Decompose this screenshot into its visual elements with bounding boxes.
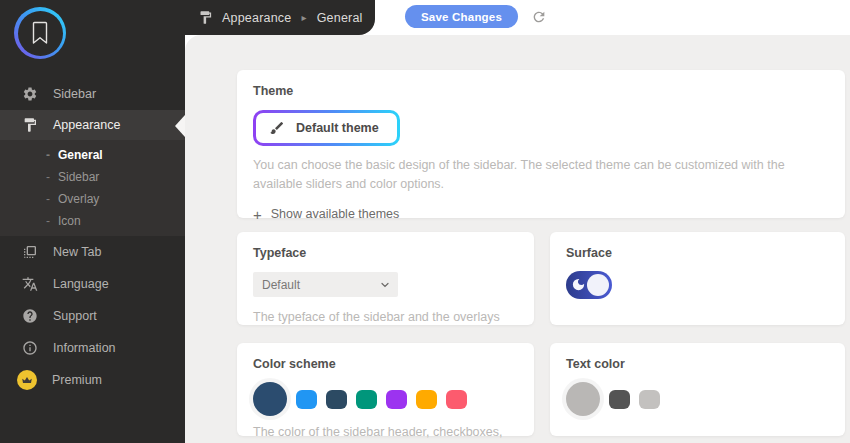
color-swatch[interactable] (356, 390, 377, 409)
surface-card: Surface (550, 232, 845, 325)
surface-dark-mode-toggle[interactable] (566, 271, 612, 299)
breadcrumb: Appearance ▸ General (198, 0, 363, 35)
submenu-bullet: - (46, 214, 50, 228)
sidebar-item-label: Support (53, 309, 97, 323)
info-icon (21, 340, 38, 357)
color-swatch[interactable] (446, 390, 467, 409)
card-title: Surface (566, 246, 829, 260)
theme-card: Theme Default theme You can choose the b… (237, 70, 845, 218)
typeface-card: Typeface Default The typeface of the sid… (237, 232, 534, 325)
submenu-bullet: - (46, 148, 50, 162)
paint-roller-icon (21, 117, 38, 134)
help-icon (21, 308, 38, 325)
submenu-item-overlay[interactable]: - Overlay (0, 188, 185, 210)
sidebar-item-language[interactable]: Language (0, 268, 185, 300)
color-swatch[interactable] (326, 390, 347, 409)
moon-icon (571, 277, 586, 296)
submenu-item-label: Icon (58, 214, 81, 228)
sidebar-item-label: Sidebar (53, 87, 96, 101)
color-swatch[interactable] (386, 390, 407, 409)
sidebar: Sidebar Appearance - General - Sidebar -… (0, 0, 185, 443)
color-swatch[interactable] (566, 382, 600, 416)
sidebar-item-information[interactable]: Information (0, 332, 185, 364)
color-scheme-card: Color scheme The color of the sidebar he… (237, 343, 534, 436)
show-themes-label: Show available themes (271, 207, 400, 221)
submenu-item-general[interactable]: - General (0, 144, 185, 166)
color-swatch[interactable] (253, 382, 287, 416)
text-color-card: Text color (550, 343, 845, 436)
paint-roller-icon (198, 10, 213, 25)
sidebar-item-label: New Tab (53, 245, 101, 259)
card-title: Typeface (253, 246, 518, 260)
sidebar-item-appearance[interactable]: Appearance (0, 110, 185, 140)
sidebar-item-label: Information (53, 341, 116, 355)
sidebar-item-sidebar[interactable]: Sidebar (0, 78, 185, 110)
card-title: Text color (566, 357, 829, 371)
color-scheme-swatches (253, 381, 518, 417)
card-title: Theme (253, 84, 829, 98)
sidebar-item-premium[interactable]: Premium (0, 364, 185, 396)
sidebar-nav: Sidebar Appearance - General - Sidebar -… (0, 78, 185, 396)
submenu-item-label: Sidebar (58, 170, 99, 184)
toggle-knob (587, 274, 609, 296)
submenu-bullet: - (46, 170, 50, 184)
settings-content: Theme Default theme You can choose the b… (185, 35, 850, 443)
refresh-icon[interactable] (531, 9, 547, 25)
submenu-bullet: - (46, 192, 50, 206)
color-swatch[interactable] (639, 390, 660, 409)
chevron-down-icon (379, 279, 391, 291)
color-swatch[interactable] (296, 390, 317, 409)
appearance-submenu: - General - Sidebar - Overlay - Icon (0, 140, 185, 236)
default-theme-button[interactable]: Default theme (253, 110, 400, 146)
default-theme-label: Default theme (296, 121, 379, 135)
header-actions: Save Changes (405, 0, 547, 33)
card-title: Color scheme (253, 357, 518, 371)
sidebar-item-label: Premium (52, 373, 102, 387)
sidebar-item-label: Language (53, 277, 109, 291)
text-color-swatches (566, 381, 829, 417)
brush-icon (269, 120, 285, 136)
translate-icon (21, 276, 38, 293)
color-swatch[interactable] (609, 390, 630, 409)
color-swatch[interactable] (416, 390, 437, 409)
sidebar-item-support[interactable]: Support (0, 300, 185, 332)
submenu-item-sidebar[interactable]: - Sidebar (0, 166, 185, 188)
typeface-description: The typeface of the sidebar and the over… (253, 308, 518, 327)
typeface-selected-value: Default (262, 278, 300, 292)
color-scheme-description: The color of the sidebar header, checkbo… (253, 423, 518, 443)
typeface-select[interactable]: Default (253, 272, 398, 297)
submenu-item-label: General (58, 148, 103, 162)
sidebar-item-new-tab[interactable]: New Tab (0, 236, 185, 268)
bookmark-icon (18, 11, 63, 56)
show-available-themes-link[interactable]: + Show available themes (253, 207, 829, 222)
crown-icon (17, 370, 37, 390)
sidebar-item-label: Appearance (53, 118, 120, 132)
plus-icon: + (253, 207, 262, 222)
theme-description: You can choose the basic design of the s… (253, 156, 828, 195)
breadcrumb-separator-icon: ▸ (301, 12, 306, 23)
submenu-item-label: Overlay (58, 192, 99, 206)
extension-logo[interactable] (14, 7, 66, 59)
active-section-notch (175, 115, 185, 137)
new-tab-icon (21, 244, 38, 261)
gear-icon (21, 86, 38, 103)
breadcrumb-page: General (317, 11, 363, 25)
breadcrumb-section[interactable]: Appearance (222, 11, 291, 25)
submenu-item-icon[interactable]: - Icon (0, 210, 185, 232)
save-changes-button[interactable]: Save Changes (405, 5, 518, 28)
